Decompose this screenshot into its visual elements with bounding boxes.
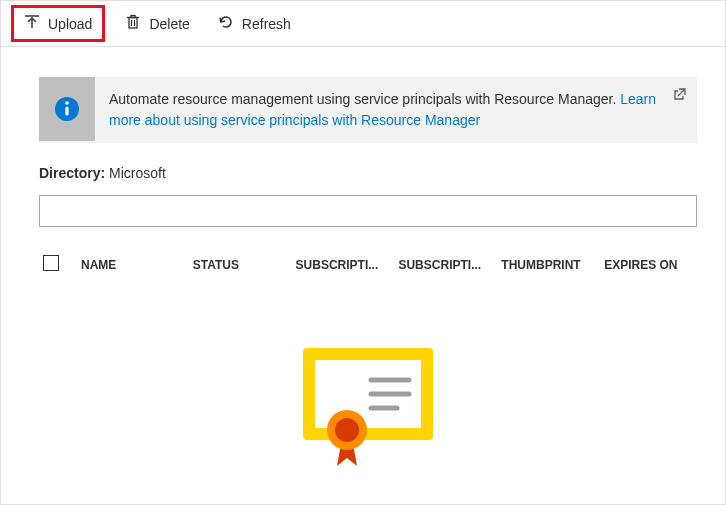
toolbar: Upload Delete Refresh bbox=[1, 1, 725, 47]
svg-rect-9 bbox=[65, 107, 68, 116]
delete-button[interactable]: Delete bbox=[117, 10, 197, 37]
refresh-icon bbox=[218, 14, 234, 33]
upload-label: Upload bbox=[48, 16, 92, 32]
delete-label: Delete bbox=[149, 16, 189, 32]
column-header-subscription-2[interactable]: SUBSCRIPTI... bbox=[398, 258, 487, 272]
content-scroll[interactable]: Automate resource management using servi… bbox=[1, 47, 725, 504]
upload-button[interactable]: Upload bbox=[11, 5, 105, 42]
column-header-status[interactable]: STATUS bbox=[193, 258, 282, 272]
external-link-icon[interactable] bbox=[673, 87, 687, 101]
select-all-checkbox[interactable] bbox=[43, 255, 67, 274]
info-banner: Automate resource management using servi… bbox=[39, 77, 697, 143]
svg-rect-3 bbox=[129, 18, 137, 29]
content: Automate resource management using servi… bbox=[1, 47, 725, 500]
directory-value: Microsoft bbox=[109, 165, 166, 181]
refresh-label: Refresh bbox=[242, 16, 291, 32]
column-header-subscription-1[interactable]: SUBSCRIPTI... bbox=[296, 258, 385, 272]
refresh-button[interactable]: Refresh bbox=[210, 10, 299, 37]
info-text: Automate resource management using servi… bbox=[95, 77, 697, 143]
column-header-expires[interactable]: EXPIRES ON bbox=[604, 258, 693, 272]
upload-icon bbox=[24, 14, 40, 33]
directory-row: Directory: Microsoft bbox=[39, 165, 697, 181]
column-header-thumbprint[interactable]: THUMBPRINT bbox=[501, 258, 590, 272]
column-header-name[interactable]: NAME bbox=[81, 258, 179, 272]
delete-icon bbox=[125, 14, 141, 33]
svg-point-8 bbox=[65, 101, 69, 105]
filter-input[interactable] bbox=[39, 195, 697, 227]
directory-label: Directory: bbox=[39, 165, 105, 181]
info-message: Automate resource management using servi… bbox=[109, 91, 620, 107]
certificate-icon bbox=[293, 340, 443, 470]
info-icon bbox=[39, 77, 95, 141]
svg-rect-6 bbox=[131, 16, 135, 18]
empty-state-illustration bbox=[39, 284, 697, 470]
svg-line-10 bbox=[678, 89, 685, 96]
svg-point-18 bbox=[335, 418, 359, 442]
table-header: NAME STATUS SUBSCRIPTI... SUBSCRIPTI... … bbox=[39, 249, 697, 284]
